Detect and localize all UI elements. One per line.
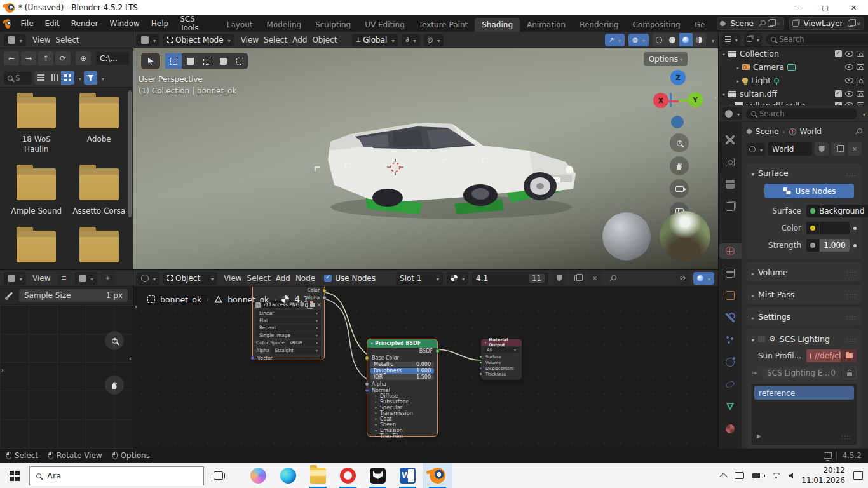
- shader-type-dropdown[interactable]: Object: [163, 272, 217, 285]
- menu-item[interactable]: Help: [146, 19, 174, 28]
- image-browse-dropdown[interactable]: [75, 272, 97, 285]
- interpolation-dropdown[interactable]: Linear: [256, 310, 321, 316]
- close-button[interactable]: ✕: [839, 0, 868, 15]
- render-visibility-icon[interactable]: [857, 51, 864, 57]
- alpha-input[interactable]: Alpha: [367, 381, 437, 387]
- toolbar-expand-chevron[interactable]: ›: [1, 367, 4, 374]
- menu-item[interactable]: View: [221, 274, 244, 283]
- pan-button[interactable]: [105, 376, 124, 395]
- use-nodes-checkbox[interactable]: ✓ Use Nodes: [324, 274, 376, 283]
- tab-physics[interactable]: [719, 355, 742, 370]
- zoom-button[interactable]: [105, 331, 124, 350]
- select-extend-button[interactable]: [182, 53, 198, 69]
- outliner-row-light[interactable]: Light: [719, 74, 868, 87]
- menu-item[interactable]: Add: [290, 36, 309, 44]
- scrollbar[interactable]: [128, 90, 132, 217]
- menu-item[interactable]: View: [30, 36, 53, 44]
- horizontal-list-button[interactable]: [48, 71, 61, 85]
- menu-item[interactable]: View: [238, 36, 261, 44]
- tab-material[interactable]: [719, 421, 742, 437]
- taskbar-edge[interactable]: [273, 463, 303, 488]
- browse-sun-profile-button[interactable]: [841, 349, 857, 362]
- axis-x[interactable]: X: [653, 93, 668, 108]
- normal-input[interactable]: Normal: [367, 387, 437, 393]
- thumbnail-view-button[interactable]: [61, 71, 74, 85]
- normal-socket[interactable]: [365, 388, 369, 393]
- select-tool-button[interactable]: [141, 53, 160, 69]
- world-name-field[interactable]: World: [768, 142, 812, 156]
- tab-constraints[interactable]: [719, 377, 742, 392]
- color-output[interactable]: Color: [253, 287, 324, 294]
- copy-icon[interactable]: [768, 20, 773, 27]
- drag-handle[interactable]: [846, 290, 857, 299]
- tab-scene[interactable]: [719, 221, 742, 236]
- collapsed-section[interactable]: Specular: [367, 405, 437, 410]
- shading-settings-dropdown[interactable]: [710, 36, 714, 44]
- bsdf-output[interactable]: BSDF: [367, 348, 437, 355]
- eyedropper-icon[interactable]: [5, 291, 14, 300]
- collapsed-section[interactable]: Diffuse: [367, 393, 437, 399]
- editor-type-dropdown[interactable]: [4, 272, 26, 285]
- sun-profile-path-field[interactable]: //def/cl...: [806, 349, 841, 362]
- viewport-canvas[interactable]: User Perspective (1) Collection | bonnet…: [133, 48, 718, 269]
- axis-z[interactable]: Z: [670, 70, 686, 85]
- task-view-button[interactable]: [204, 463, 232, 488]
- checkbox-icon[interactable]: [835, 50, 842, 57]
- camera-view-button[interactable]: [670, 179, 689, 198]
- tray-expand-chevron[interactable]: [721, 471, 726, 480]
- volume-input[interactable]: Volume: [481, 360, 522, 365]
- unlink-icon[interactable]: [316, 302, 322, 308]
- taskbar-search[interactable]: [29, 466, 204, 485]
- collapsed-section[interactable]: Transmission: [367, 410, 437, 416]
- menu-item[interactable]: Add: [273, 274, 293, 283]
- workspace-tab[interactable]: Ge: [688, 18, 712, 32]
- displacement-input[interactable]: Displacement: [481, 365, 522, 371]
- taskbar-copilot[interactable]: [243, 463, 273, 488]
- alpha-socket[interactable]: [365, 382, 369, 386]
- tab-render[interactable]: [719, 154, 742, 170]
- up-button[interactable]: ↑: [38, 51, 53, 65]
- folder-item[interactable]: Adobe: [72, 97, 127, 154]
- menu-item[interactable]: SCS Tools: [174, 15, 205, 32]
- render-visibility-icon[interactable]: [857, 91, 864, 97]
- workspace-tab[interactable]: Texture Paint: [412, 18, 475, 32]
- taskbar-search-input[interactable]: [47, 471, 174, 480]
- strength-socket-box[interactable]: [806, 239, 819, 252]
- scs-lighting-e-field[interactable]: SCS Lighting E... 0: [762, 367, 841, 379]
- menu-item[interactable]: Select: [261, 36, 290, 44]
- zoom-button[interactable]: [670, 133, 689, 152]
- folder-item[interactable]: Assetto Corsa: [72, 168, 127, 217]
- list-item-reference[interactable]: reference: [754, 386, 854, 400]
- extension-dropdown[interactable]: Repeat: [256, 325, 321, 331]
- search-input[interactable]: [779, 35, 868, 44]
- strength-value-field[interactable]: 1.000: [820, 239, 850, 252]
- viewlayer-selector[interactable]: ViewLayer: [789, 17, 864, 30]
- material-name-field[interactable]: 4.1 11: [472, 272, 548, 285]
- eye-icon[interactable]: [845, 78, 853, 83]
- taskbar-blender[interactable]: [423, 463, 452, 488]
- tab-particles[interactable]: [719, 332, 742, 348]
- tab-modifiers[interactable]: [719, 310, 742, 325]
- orientation-dropdown[interactable]: ⟂Global: [352, 34, 398, 46]
- render-visibility-icon[interactable]: [857, 64, 864, 70]
- open-image-icon[interactable]: [310, 303, 315, 307]
- world-browse-dropdown[interactable]: [747, 143, 765, 156]
- select-intersect-button[interactable]: [231, 53, 248, 69]
- drag-handle[interactable]: [846, 334, 857, 344]
- path-field[interactable]: C:\...: [96, 52, 129, 65]
- mode-dropdown[interactable]: Object Mode: [163, 34, 234, 46]
- breadcrumb-world[interactable]: World: [800, 127, 822, 136]
- display-mode-dropdown[interactable]: [722, 33, 740, 46]
- forward-button[interactable]: →: [21, 51, 36, 65]
- cast-icon[interactable]: [735, 472, 744, 479]
- workspace-tab[interactable]: Compositing: [625, 18, 687, 32]
- eye-icon[interactable]: [845, 91, 853, 97]
- rendered-shading-button[interactable]: [693, 33, 706, 46]
- menu-item[interactable]: Node: [293, 274, 318, 283]
- node-canvas[interactable]: › bonnet_ok › bonnet_ok › 4.1: [133, 287, 718, 449]
- filter-dropdown[interactable]: [744, 33, 762, 46]
- workspace-tab[interactable]: Rendering: [573, 18, 625, 32]
- node-slider[interactable]: IOR1.500: [370, 374, 434, 380]
- properties-search[interactable]: [746, 108, 857, 119]
- editor-type-dropdown[interactable]: [137, 272, 159, 285]
